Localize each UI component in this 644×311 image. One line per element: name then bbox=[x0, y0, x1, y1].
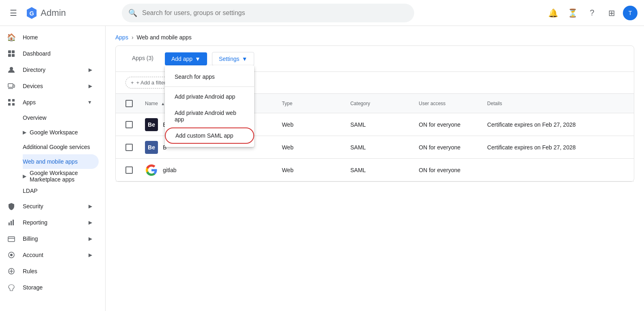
notifications-icon[interactable]: 🔔 bbox=[545, 5, 561, 21]
account-label: Account bbox=[23, 252, 43, 258]
row2-user-access: ON for everyone bbox=[419, 144, 487, 151]
security-label: Security bbox=[23, 203, 43, 209]
breadcrumb-parent[interactable]: Apps bbox=[115, 34, 128, 41]
breadcrumb-current: Web and mobile apps bbox=[137, 34, 192, 41]
sidebar-item-web-mobile[interactable]: Web and mobile apps bbox=[23, 154, 99, 169]
devices-icon bbox=[6, 81, 16, 91]
admin-logo[interactable]: G Admin bbox=[25, 6, 66, 19]
sidebar-item-storage[interactable]: Storage bbox=[0, 279, 99, 296]
dropdown-add-saml[interactable]: Add custom SAML app bbox=[165, 127, 254, 144]
home-icon: 🏠 bbox=[6, 32, 16, 42]
add-filter-button[interactable]: + + Add a filter bbox=[125, 77, 171, 89]
sidebar-item-directory[interactable]: Directory ▶ bbox=[0, 62, 99, 78]
sidebar-item-ldap[interactable]: LDAP bbox=[23, 184, 99, 198]
row3-app-icon bbox=[145, 164, 158, 177]
gw-chevron: ▶ bbox=[23, 130, 26, 135]
search-bar: 🔍 bbox=[122, 4, 414, 22]
row3-user-access: ON for everyone bbox=[419, 167, 487, 173]
svg-text:G: G bbox=[29, 10, 34, 16]
settings-label: Settings bbox=[219, 56, 240, 62]
filter-label: + Add a filter bbox=[136, 80, 166, 86]
header-type: Type bbox=[282, 101, 350, 106]
breadcrumb-separator: › bbox=[132, 34, 134, 41]
sidebar-item-apps[interactable]: Apps ▼ bbox=[0, 94, 99, 110]
help-icon[interactable]: ? bbox=[584, 5, 600, 21]
sidebar-item-rules[interactable]: Rules bbox=[0, 263, 99, 279]
rules-label: Rules bbox=[23, 268, 37, 274]
apps-icon bbox=[6, 97, 16, 107]
add-android-web-label: Add private Android web app bbox=[175, 110, 244, 123]
hourglass-icon[interactable]: ⏳ bbox=[564, 5, 581, 21]
sidebar-item-billing[interactable]: Billing ▶ bbox=[0, 231, 99, 247]
row1-category: SAML bbox=[350, 121, 419, 128]
search-apps-label: Search for apps bbox=[175, 73, 215, 80]
apps-grid-icon[interactable]: ⊞ bbox=[603, 5, 620, 21]
sidebar-item-overview[interactable]: Overview bbox=[23, 110, 99, 125]
search-input[interactable] bbox=[142, 9, 408, 17]
svg-rect-4 bbox=[8, 54, 11, 57]
account-chevron: ▶ bbox=[89, 252, 92, 258]
svg-rect-13 bbox=[12, 103, 15, 106]
sidebar-item-reporting[interactable]: Reporting ▶ bbox=[0, 214, 99, 231]
svg-rect-5 bbox=[12, 54, 15, 57]
sidebar-item-security[interactable]: Security ▶ bbox=[0, 198, 99, 214]
sidebar-label-directory: Directory bbox=[23, 67, 45, 73]
add-app-button[interactable]: Add app ▼ bbox=[165, 52, 207, 65]
row2-details: Certificate expires on Feb 27, 2028 bbox=[487, 144, 624, 151]
add-android-label: Add private Android app bbox=[175, 93, 235, 100]
filter-plus-icon: + bbox=[131, 80, 134, 86]
row3-checkbox[interactable] bbox=[125, 166, 133, 174]
row3-category: SAML bbox=[350, 167, 419, 173]
row2-checkbox[interactable] bbox=[125, 144, 133, 151]
search-icon: 🔍 bbox=[128, 9, 137, 17]
sidebar-label-devices: Devices bbox=[23, 83, 43, 89]
hamburger-menu[interactable]: ☰ bbox=[6, 5, 20, 21]
card-header: Apps (3) Add app ▼ Search for apps bbox=[116, 46, 634, 72]
row1-checkbox[interactable] bbox=[125, 121, 133, 128]
svg-rect-10 bbox=[8, 99, 11, 102]
main-layout: 🏠 Home Dashboard Directory ▶ Devices ▶ bbox=[0, 26, 644, 311]
add-app-dropdown: Search for apps Add private Android app … bbox=[165, 65, 254, 147]
storage-icon bbox=[6, 283, 16, 292]
overview-label: Overview bbox=[23, 114, 46, 121]
row1-type: Web bbox=[282, 121, 350, 128]
sidebar-item-additional-google[interactable]: Additional Google services bbox=[23, 140, 99, 154]
sidebar-label-dashboard: Dashboard bbox=[23, 50, 51, 57]
security-icon bbox=[6, 201, 16, 211]
add-app-chevron-icon: ▼ bbox=[195, 56, 201, 62]
select-all-checkbox[interactable] bbox=[125, 100, 133, 107]
dashboard-icon bbox=[6, 49, 16, 58]
marketplace-chevron: ▶ bbox=[23, 173, 26, 179]
add-app-label: Add app bbox=[171, 56, 192, 62]
reporting-chevron: ▶ bbox=[89, 220, 92, 225]
row3-type: Web bbox=[282, 167, 350, 173]
row2-checkbox-cell bbox=[125, 144, 145, 151]
dropdown-divider bbox=[165, 86, 254, 87]
table-row[interactable]: gitlab Web SAML ON for everyone bbox=[116, 159, 634, 181]
billing-label: Billing bbox=[23, 235, 38, 242]
sidebar-item-google-workspace[interactable]: ▶ Google Workspace bbox=[23, 125, 99, 140]
row3-app-name: gitlab bbox=[163, 167, 176, 173]
settings-button[interactable]: Settings ▼ bbox=[212, 52, 254, 66]
additional-label: Additional Google services bbox=[23, 144, 90, 150]
sidebar-item-home[interactable]: 🏠 Home bbox=[0, 29, 99, 45]
apps-tab[interactable]: Apps (3) bbox=[125, 49, 160, 69]
breadcrumb: Apps › Web and mobile apps bbox=[106, 26, 644, 45]
billing-icon bbox=[6, 234, 16, 244]
name-sort-icon[interactable]: ▲ bbox=[161, 102, 165, 106]
svg-rect-17 bbox=[8, 237, 15, 242]
dropdown-search-apps[interactable]: Search for apps bbox=[165, 69, 254, 85]
sidebar-item-dashboard[interactable]: Dashboard bbox=[0, 45, 99, 62]
sidebar-item-account[interactable]: Account ▶ bbox=[0, 247, 99, 263]
sidebar-item-devices[interactable]: Devices ▶ bbox=[0, 78, 99, 94]
dropdown-add-android-web[interactable]: Add private Android web app bbox=[165, 105, 254, 127]
svg-rect-15 bbox=[11, 221, 12, 225]
user-avatar[interactable]: T bbox=[623, 6, 638, 20]
svg-rect-12 bbox=[8, 103, 11, 106]
account-icon bbox=[6, 250, 16, 260]
row1-checkbox-cell bbox=[125, 121, 145, 128]
topbar-right: 🔔 ⏳ ? ⊞ T bbox=[545, 5, 638, 21]
devices-chevron: ▶ bbox=[89, 83, 92, 89]
sidebar-item-marketplace[interactable]: ▶ Google Workspace Marketplace apps bbox=[23, 169, 99, 184]
dropdown-add-android[interactable]: Add private Android app bbox=[165, 89, 254, 105]
